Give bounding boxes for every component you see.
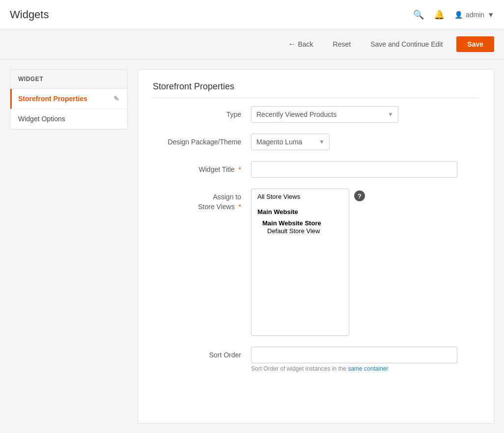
same-container-link[interactable]: same container	[348, 365, 388, 372]
form-row-design: Design Package/Theme Magento Luma Magent…	[153, 134, 479, 150]
design-label: Design Package/Theme	[153, 134, 251, 147]
action-bar: ← Back Reset Save and Continue Edit Save	[0, 29, 504, 59]
store-views-required: *	[239, 203, 241, 211]
store-views-label: Assign toStore Views *	[153, 189, 251, 212]
sidebar-heading: WIDGET	[10, 70, 127, 89]
store-views-field: All Store Views Main Website Main Websit…	[251, 189, 479, 336]
page-title: Widgets	[10, 8, 49, 21]
type-select-wrap: Recently Viewed Products Recently Compar…	[251, 106, 398, 123]
user-icon: 👤	[454, 11, 463, 19]
admin-user-label: admin	[466, 11, 484, 19]
main-content: WIDGET Storefront Properties ✎ Widget Op…	[0, 59, 504, 433]
back-arrow-icon: ←	[288, 40, 296, 49]
store-views-help-icon[interactable]: ?	[354, 190, 365, 201]
store-views-select[interactable]: All Store Views Main Website Main Websit…	[251, 189, 349, 336]
sidebar-item-label: Widget Options	[18, 115, 65, 123]
store-views-wrap: All Store Views Main Website Main Websit…	[251, 189, 479, 336]
sidebar: WIDGET Storefront Properties ✎ Widget Op…	[10, 69, 128, 130]
widget-title-input[interactable]	[251, 161, 457, 178]
form-row-type: Type Recently Viewed Products Recently C…	[153, 106, 479, 123]
sort-order-hint: Sort Order of widget instances in the sa…	[251, 365, 479, 372]
widget-title-required: *	[239, 165, 241, 173]
reset-button[interactable]: Reset	[327, 37, 357, 51]
design-field: Magento Luma Magento Blank ▼	[251, 134, 479, 150]
chevron-down-icon: ▼	[487, 11, 494, 19]
type-label: Type	[153, 106, 251, 120]
design-select-wrap: Magento Luma Magento Blank ▼	[251, 134, 330, 150]
admin-user-menu[interactable]: 👤 admin ▼	[454, 11, 494, 19]
top-header: Widgets 🔍 🔔 👤 admin ▼	[0, 0, 504, 29]
save-continue-button[interactable]: Save and Continue Edit	[364, 37, 448, 51]
notification-icon[interactable]: 🔔	[434, 9, 445, 20]
form-row-widget-title: Widget Title *	[153, 161, 479, 178]
search-icon[interactable]: 🔍	[413, 9, 424, 20]
edit-icon: ✎	[113, 95, 119, 103]
design-select[interactable]: Magento Luma Magento Blank	[251, 134, 330, 150]
content-panel: Storefront Properties Type Recently View…	[138, 69, 494, 424]
form-row-store-views: Assign toStore Views * All Store Views M…	[153, 189, 479, 336]
widget-title-field	[251, 161, 479, 178]
sidebar-item-label: Storefront Properties	[18, 95, 87, 103]
sidebar-item-storefront-properties[interactable]: Storefront Properties ✎	[10, 89, 127, 109]
type-select[interactable]: Recently Viewed Products Recently Compar…	[251, 106, 398, 123]
sidebar-item-widget-options[interactable]: Widget Options	[10, 109, 127, 129]
save-button[interactable]: Save	[456, 36, 494, 52]
sort-order-input[interactable]	[251, 347, 457, 363]
widget-title-label: Widget Title *	[153, 161, 251, 175]
back-button[interactable]: ← Back	[282, 37, 319, 52]
header-right: 🔍 🔔 👤 admin ▼	[413, 9, 494, 20]
form-row-sort-order: Sort Order Sort Order of widget instance…	[153, 347, 479, 372]
section-title: Storefront Properties	[153, 81, 479, 98]
type-field: Recently Viewed Products Recently Compar…	[251, 106, 479, 123]
sort-order-label: Sort Order	[153, 347, 251, 360]
sort-order-field: Sort Order of widget instances in the sa…	[251, 347, 479, 372]
